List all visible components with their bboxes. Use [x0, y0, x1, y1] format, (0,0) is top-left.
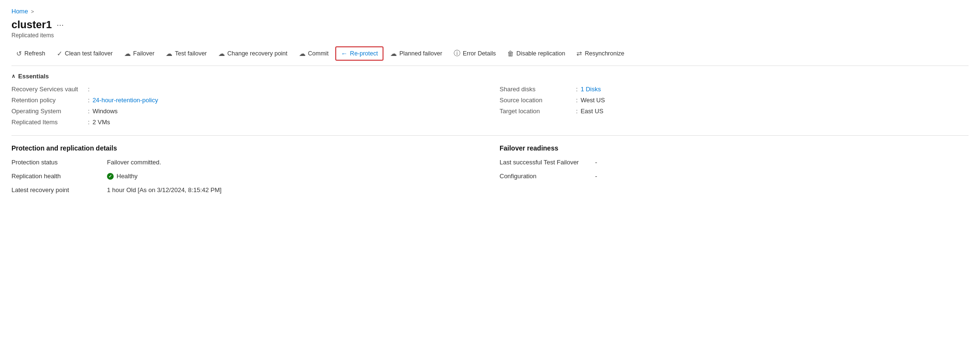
essentials-right-field-1: Source location:West US — [500, 97, 969, 104]
planned-failover-icon: ☁ — [390, 50, 397, 57]
test-failover-icon: ☁ — [166, 50, 172, 57]
essentials-right-field-0: Shared disks:1 Disks — [500, 86, 969, 93]
field-link-right-0[interactable]: 1 Disks — [581, 86, 601, 93]
toolbar-btn-resynchronize[interactable]: ⇄Resynchronize — [572, 47, 629, 60]
commit-label: Commit — [308, 50, 329, 57]
toolbar-btn-planned-failover[interactable]: ☁Planned failover — [385, 47, 447, 60]
clean-test-failover-label: Clean test failover — [65, 50, 113, 57]
toolbar-btn-clean-test-failover[interactable]: ✓Clean test failover — [52, 47, 117, 60]
page-title: cluster1 — [11, 19, 52, 31]
field-label: Shared disks — [500, 86, 576, 93]
failover-icon: ☁ — [124, 50, 131, 57]
page-subtitle: Replicated items — [11, 32, 969, 39]
change-recovery-point-label: Change recovery point — [227, 50, 288, 57]
re-protect-label: Re-protect — [350, 50, 378, 57]
toolbar-btn-commit[interactable]: ☁Commit — [294, 47, 333, 60]
field-label: Retention policy — [11, 97, 88, 104]
breadcrumb: Home > — [11, 8, 969, 15]
field-link-1[interactable]: 24-hour-retention-policy — [93, 97, 158, 104]
page-header: cluster1 ··· — [11, 19, 969, 31]
details-grid: Protection and replication details Prote… — [11, 144, 969, 200]
error-details-label: Error Details — [463, 50, 496, 57]
field-value[interactable]: 1 Disks — [581, 86, 601, 93]
field-sep: : — [88, 86, 90, 93]
breadcrumb-sep: > — [31, 9, 34, 14]
failover-section: Failover readiness Last successful Test … — [500, 144, 969, 200]
essentials-section-header: ∧ Essentials — [11, 73, 969, 80]
detail-value: Healthy — [107, 173, 138, 180]
field-label: Source location — [500, 97, 576, 104]
detail-label: Configuration — [500, 173, 595, 180]
protection-section-title: Protection and replication details — [11, 144, 480, 152]
field-sep: : — [88, 108, 90, 115]
disable-replication-icon: 🗑 — [507, 50, 514, 57]
protection-row-0: Protection statusFailover committed. — [11, 159, 480, 166]
field-label: Operating System — [11, 108, 88, 115]
test-failover-label: Test failover — [175, 50, 207, 57]
field-sep: : — [576, 108, 578, 115]
divider — [11, 135, 969, 136]
main-page: Home > cluster1 ··· Replicated items ↺Re… — [0, 0, 980, 208]
failover-label: Failover — [133, 50, 154, 57]
field-value: West US — [581, 97, 605, 104]
detail-label: Protection status — [11, 159, 107, 166]
essentials-left: Recovery Services vault:Retention policy… — [11, 86, 480, 126]
protection-row-1: Replication healthHealthy — [11, 173, 480, 180]
essentials-left-field-3: Replicated Items:2 VMs — [11, 119, 480, 126]
detail-value: 1 hour Old [As on 3/12/2024, 8:15:42 PM] — [107, 186, 222, 194]
field-value: Windows — [93, 108, 118, 115]
toolbar-btn-refresh[interactable]: ↺Refresh — [11, 47, 50, 60]
resynchronize-label: Resynchronize — [585, 50, 624, 57]
field-label: Target location — [500, 108, 576, 115]
breadcrumb-home[interactable]: Home — [11, 8, 28, 15]
field-value: 2 VMs — [93, 119, 110, 126]
toolbar-btn-test-failover[interactable]: ☁Test failover — [161, 47, 212, 60]
clean-test-failover-icon: ✓ — [57, 50, 63, 57]
field-value[interactable]: 24-hour-retention-policy — [93, 97, 158, 104]
health-indicator-icon — [107, 173, 114, 180]
field-label: Recovery Services vault — [11, 86, 88, 93]
toolbar-btn-re-protect[interactable]: ←Re-protect — [335, 46, 383, 61]
failover-section-title: Failover readiness — [500, 144, 969, 152]
detail-label: Last successful Test Failover — [500, 159, 595, 166]
toolbar-btn-failover[interactable]: ☁Failover — [119, 47, 159, 60]
refresh-label: Refresh — [24, 50, 45, 57]
essentials-left-field-1: Retention policy:24-hour-retention-polic… — [11, 97, 480, 104]
detail-label: Replication health — [11, 173, 107, 180]
essentials-chevron[interactable]: ∧ — [11, 73, 15, 79]
field-sep: : — [576, 97, 578, 104]
re-protect-icon: ← — [341, 50, 348, 57]
detail-value: - — [595, 159, 597, 166]
failover-row-1: Configuration- — [500, 173, 969, 180]
planned-failover-label: Planned failover — [399, 50, 442, 57]
essentials-left-field-0: Recovery Services vault: — [11, 86, 480, 93]
disable-replication-label: Disable replication — [516, 50, 565, 57]
protection-section: Protection and replication details Prote… — [11, 144, 480, 200]
failover-row-0: Last successful Test Failover- — [500, 159, 969, 166]
detail-label: Latest recovery point — [11, 186, 107, 194]
toolbar-btn-disable-replication[interactable]: 🗑Disable replication — [502, 47, 570, 60]
field-sep: : — [576, 86, 578, 93]
refresh-icon: ↺ — [16, 50, 22, 57]
resynchronize-icon: ⇄ — [576, 50, 582, 57]
essentials-left-field-2: Operating System:Windows — [11, 108, 480, 115]
error-details-icon: ⓘ — [454, 49, 460, 58]
toolbar-btn-error-details[interactable]: ⓘError Details — [449, 47, 501, 60]
detail-value: Failover committed. — [107, 159, 161, 166]
detail-value: - — [595, 173, 597, 180]
essentials-right-field-2: Target location:East US — [500, 108, 969, 115]
essentials-right: Shared disks:1 DisksSource location:West… — [500, 86, 969, 126]
essentials-label: Essentials — [18, 73, 49, 80]
toolbar: ↺Refresh✓Clean test failover☁Failover☁Te… — [11, 46, 969, 66]
health-label: Healthy — [117, 173, 138, 180]
essentials-grid: Recovery Services vault:Retention policy… — [11, 86, 969, 126]
commit-icon: ☁ — [299, 50, 306, 57]
toolbar-btn-change-recovery-point[interactable]: ☁Change recovery point — [213, 47, 292, 60]
change-recovery-point-icon: ☁ — [218, 50, 225, 57]
field-sep: : — [88, 119, 90, 126]
field-value: East US — [581, 108, 604, 115]
protection-row-2: Latest recovery point1 hour Old [As on 3… — [11, 186, 480, 194]
more-options-button[interactable]: ··· — [56, 20, 64, 30]
field-label: Replicated Items — [11, 119, 88, 126]
field-sep: : — [88, 97, 90, 104]
